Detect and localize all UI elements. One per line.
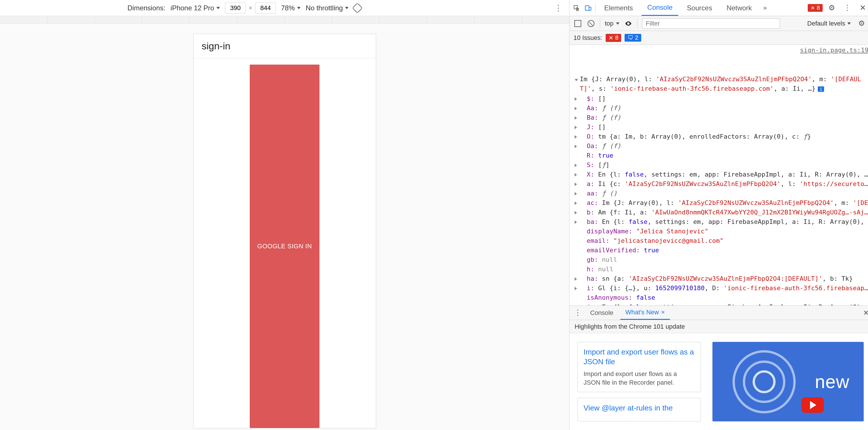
toggle-sidebar-icon[interactable] (574, 19, 582, 28)
rotate-icon[interactable] (352, 3, 363, 13)
google-signin-button[interactable]: GOOGLE SIGN IN (250, 65, 319, 428)
issues-bar[interactable]: 10 Issues: ✕8 🗨2 (569, 31, 868, 45)
expand-arrow-icon[interactable] (575, 116, 577, 120)
expand-arrow-icon[interactable] (575, 287, 577, 290)
console-row[interactable]: Aa: ƒ (f) (575, 103, 868, 113)
multiply-icon: × (249, 4, 252, 12)
gear-icon[interactable]: ⚙ (826, 3, 838, 12)
whats-new-card[interactable]: View @layer at-rules in the (578, 398, 701, 421)
close-icon[interactable]: ✕ (863, 309, 868, 317)
live-expression-icon[interactable] (624, 19, 632, 28)
kebab-menu-icon[interactable]: ⋮ (572, 308, 583, 317)
expand-arrow-icon[interactable] (575, 173, 577, 177)
console-row[interactable]: a: Ii {c: 'AIzaSyC2bF92NsUZWvczw3SAuZlnE… (575, 179, 868, 189)
console-row[interactable]: S: [ƒ] (575, 160, 868, 170)
emulated-phone-frame: sign-in GOOGLE SIGN IN (193, 34, 376, 428)
console-row[interactable]: ac: Im {J: Array(0), l: 'AIzaSyC2bF92NsU… (575, 198, 868, 208)
expand-arrow-icon[interactable] (575, 202, 577, 205)
height-input[interactable] (255, 3, 276, 13)
console-row[interactable]: Oa: ƒ (f) (575, 141, 868, 151)
console-row[interactable]: ja: En {l: false, settings: em, app: Fir… (575, 302, 868, 305)
device-toolbar: Dimensions: iPhone 12 Pro × 78% No throt… (0, 0, 569, 16)
console-row[interactable]: ba: En {l: false, settings: em, app: Fir… (575, 217, 868, 226)
console-row[interactable]: emailVerified: true (575, 245, 868, 255)
close-icon[interactable]: ✕ (857, 3, 868, 12)
whats-new-card[interactable]: Import and export user flows as a JSON f… (578, 342, 701, 392)
expand-arrow-icon[interactable] (575, 126, 577, 129)
zoom-select[interactable]: 78% (281, 4, 301, 12)
console-output[interactable]: sign-in.page.ts:19 Im {J: Array(0), l: '… (569, 45, 868, 305)
expand-arrow-icon[interactable] (575, 220, 577, 224)
info-icon: i (818, 86, 824, 92)
console-row[interactable]: ha: sn {a: 'AIzaSyC2bF92NsUZWvczw3SAuZln… (575, 274, 868, 283)
expand-arrow-icon[interactable] (575, 164, 577, 167)
whats-new-cards: Import and export user flows as a JSON f… (578, 342, 701, 421)
info-icon: 🗨 (627, 34, 633, 41)
whats-new-body: Import and export user flows as a JSON f… (569, 333, 868, 430)
console-row[interactable]: O: tm {a: Im, b: Array(0), enrolledFacto… (575, 132, 868, 141)
log-levels-select[interactable]: Default levels (807, 20, 851, 27)
console-row[interactable]: aa: ƒ () (575, 189, 868, 198)
console-row[interactable]: displayName: "Jelica Stanojevic" (575, 226, 868, 236)
tab-elements[interactable]: Elements (598, 0, 639, 16)
drawer-subtitle: Highlights from the Chrome 101 update (569, 320, 868, 333)
chevron-down-icon (847, 22, 851, 25)
app-header: sign-in (194, 34, 376, 58)
toggle-device-icon[interactable] (584, 4, 592, 12)
close-icon[interactable]: × (661, 309, 665, 316)
gear-icon[interactable]: ⚙ (856, 19, 868, 28)
context-select[interactable]: top (605, 20, 619, 27)
tab-sources[interactable]: Sources (681, 0, 718, 16)
expand-arrow-icon[interactable] (575, 277, 577, 281)
drawer-tabstrip: ⋮ ConsoleWhat's New × ✕ (569, 306, 868, 320)
devtools-drawer: ⋮ ConsoleWhat's New × ✕ Highlights from … (569, 305, 868, 430)
app-body: GOOGLE SIGN IN (194, 58, 376, 428)
card-title: Import and export user flows as a JSON f… (584, 347, 695, 367)
console-row[interactable]: T]', s: 'ionic-firebase-auth-3fc56.fireb… (575, 84, 868, 94)
promo-banner[interactable]: new (712, 342, 864, 421)
issues-info-pill: 🗨2 (625, 34, 641, 42)
source-link[interactable]: sign-in.page.ts:19 (800, 45, 868, 55)
inspect-element-icon[interactable] (572, 4, 581, 12)
expand-arrow-icon[interactable] (575, 97, 577, 101)
drawer-tab-what-s-new[interactable]: What's New × (620, 306, 670, 320)
expand-arrow-icon[interactable] (575, 145, 577, 148)
clear-console-icon[interactable] (587, 19, 595, 28)
collapse-arrow-icon[interactable] (575, 79, 578, 81)
viewport-area: sign-in GOOGLE SIGN IN (0, 24, 569, 430)
console-toolbar: top Default levels ⚙ (569, 16, 868, 31)
console-row[interactable]: Im {J: Array(0), l: 'AIzaSyC2bF92NsUZWvc… (575, 74, 868, 84)
drawer-tab-console[interactable]: Console (585, 306, 619, 320)
kebab-menu-icon[interactable]: ⋮ (554, 3, 562, 12)
tab-network[interactable]: Network (721, 0, 757, 16)
svg-rect-0 (585, 6, 589, 10)
console-row[interactable]: isAnonymous: false (575, 293, 868, 302)
promo-text: new (815, 371, 849, 392)
console-row[interactable]: gb: null (575, 255, 868, 265)
console-row[interactable]: X: En {l: false, settings: em, app: Fire… (575, 170, 868, 179)
card-desc: Import and export user flows as a JSON f… (584, 370, 695, 387)
kebab-menu-icon[interactable]: ⋮ (841, 3, 854, 12)
more-tabs-icon[interactable]: » (761, 4, 770, 12)
console-row[interactable]: J: [] (575, 122, 868, 132)
expand-arrow-icon[interactable] (575, 192, 577, 195)
console-filter-input[interactable] (642, 19, 780, 29)
expand-arrow-icon[interactable] (575, 183, 577, 186)
throttling-select[interactable]: No throttling (306, 4, 348, 12)
console-row[interactable]: Ba: ƒ (f) (575, 113, 868, 122)
expand-arrow-icon[interactable] (575, 107, 577, 110)
expand-arrow-icon[interactable] (575, 135, 577, 139)
devtools-tabstrip: ElementsConsoleSourcesNetwork » ✕8 ⚙ ⋮ ✕ (569, 0, 868, 16)
issues-label: 10 Issues: (574, 34, 602, 42)
tab-console[interactable]: Console (642, 0, 678, 16)
console-row[interactable]: email: "jelicastanojevicc@gmail.com" (575, 236, 868, 245)
device-select[interactable]: iPhone 12 Pro (170, 4, 220, 12)
console-row[interactable]: R: true (575, 151, 868, 160)
error-count-badge[interactable]: ✕8 (808, 4, 823, 12)
console-row[interactable]: $: [] (575, 94, 868, 103)
width-input[interactable] (225, 3, 246, 13)
console-row[interactable]: b: Am {f: Ii, a: 'AIwUaOnd8nmmQKTcR47Xwb… (575, 208, 868, 217)
expand-arrow-icon[interactable] (575, 211, 577, 214)
console-row[interactable]: h: null (575, 265, 868, 274)
console-row[interactable]: i: Gl {i: {…}, u: 1652099710180, D: 'ion… (575, 283, 868, 293)
